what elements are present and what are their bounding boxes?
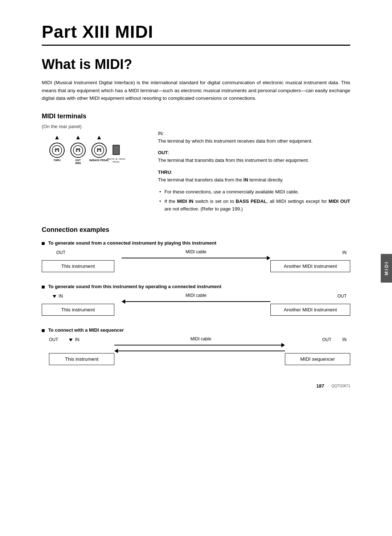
terminal-in-text: The terminal by which this instrument re… <box>158 138 313 144</box>
example3-right-in: IN <box>342 337 347 342</box>
svg-text:MIDI: MIDI <box>75 162 81 164</box>
terminal-in-desc: IN: The terminal by which this instrumen… <box>158 130 350 145</box>
midi-terminals-left: MIDI terminals (On the rear panel) THRU <box>42 112 143 215</box>
example1-left-port: OUT <box>56 250 122 255</box>
example1: To generate sound from a connected instr… <box>42 240 350 272</box>
svg-text:IN/BASS PEDAL: IN/BASS PEDAL <box>89 159 109 161</box>
doc-code: QQTG0671 <box>331 384 350 388</box>
example1-right-box: Another MIDI instrument <box>270 260 350 272</box>
example3-label: To connect with a MIDI sequencer <box>42 327 350 333</box>
terminal-out-text: The terminal that transmits data from th… <box>158 157 309 163</box>
example1-cable-label: MIDI cable <box>122 249 270 254</box>
bullet-icon-2 <box>42 286 45 289</box>
example3-right-out: OUT <box>322 337 331 342</box>
example2-right-port: OUT <box>270 294 347 299</box>
terminal-out-label: OUT <box>158 150 168 155</box>
example2: To generate sound from this instrument b… <box>42 284 350 316</box>
intro-text: MIDI (Musical Instrument Digital Interfa… <box>42 79 350 102</box>
arrow-down-icon-2 <box>53 295 56 298</box>
example3-diagram: OUT IN MIDI cable <box>42 336 350 365</box>
svg-point-13 <box>76 148 77 150</box>
example1-diagram: OUT MIDI cable IN <box>42 249 350 272</box>
connector-diagram: THRU OUT MIDI IN/BASS PEDAL <box>42 135 136 168</box>
rear-panel-label: (On the rear panel) <box>42 124 143 129</box>
connection-examples-title: Connection examples <box>42 226 350 234</box>
svg-point-8 <box>55 150 56 152</box>
sidebar-midi-tab: MIDI <box>381 254 392 282</box>
svg-point-23 <box>98 148 100 150</box>
bullet-icon-1 <box>42 242 45 245</box>
svg-point-17 <box>79 150 80 152</box>
terminal-thru-label: THRU <box>158 169 171 175</box>
example2-right-box: Another MIDI instrument <box>270 304 350 316</box>
arrow-left-icon-2 <box>122 299 125 304</box>
example1-right-port: IN <box>270 250 347 255</box>
example3-left-out: OUT <box>49 337 58 342</box>
example2-diagram: IN MIDI cable OUT <box>42 293 350 316</box>
example3-cable-label: MIDI cable <box>79 336 322 341</box>
bullet-icon-3 <box>42 329 45 332</box>
terminal-in-label: IN: <box>158 131 164 136</box>
svg-text:OUT: OUT <box>75 159 81 161</box>
midi-terminals-title: MIDI terminals <box>42 112 143 120</box>
connection-examples-section: Connection examples To generate sound fr… <box>42 226 350 365</box>
part-divider <box>42 45 350 46</box>
part-title: Part XIII MIDI <box>42 22 350 42</box>
midi-terminals-right: IN: The terminal by which this instrumen… <box>158 112 350 215</box>
svg-point-16 <box>76 150 77 152</box>
example3-left-box: This instrument <box>49 353 114 365</box>
example2-left-port: IN <box>53 294 122 299</box>
svg-marker-0 <box>55 136 59 139</box>
arrow-down-icon-3 <box>69 339 73 341</box>
arrow-left-icon-3b <box>114 349 118 353</box>
section-title: What is MIDI? <box>42 57 350 72</box>
svg-point-5 <box>55 148 56 150</box>
svg-text:THRU: THRU <box>53 159 60 161</box>
svg-point-7 <box>58 148 59 150</box>
svg-point-14 <box>77 148 79 150</box>
svg-point-25 <box>97 150 98 152</box>
svg-point-24 <box>100 148 101 150</box>
example3: To connect with a MIDI sequencer OUT IN <box>42 327 350 365</box>
svg-point-12 <box>73 146 83 155</box>
svg-point-15 <box>79 148 80 150</box>
svg-point-21 <box>94 146 104 155</box>
page-footer: 187 QQTG0671 <box>42 380 350 389</box>
bullet-2: If the MIDI IN switch is set on to BASS … <box>158 198 350 213</box>
arrow-right-icon-1 <box>267 256 270 260</box>
example3-left-in: IN <box>69 337 79 342</box>
svg-rect-28 <box>113 145 119 155</box>
svg-point-9 <box>58 150 59 152</box>
svg-point-6 <box>56 148 58 150</box>
example1-left-box: This instrument <box>42 260 114 272</box>
example1-label: To generate sound from a connected instr… <box>42 240 350 246</box>
arrow-right-icon-3a <box>281 343 285 347</box>
midi-bullets: For these connections, use a commerciall… <box>158 188 350 213</box>
example3-right-box: MIDI sequencer <box>285 353 350 365</box>
bullet-1: For these connections, use a commerciall… <box>158 188 350 196</box>
svg-text:MIDI IN ◄─ BASS: MIDI IN ◄─ BASS <box>107 158 125 160</box>
terminal-thru-desc: THRU: The terminal that transfers data f… <box>158 169 350 184</box>
svg-point-4 <box>52 146 62 155</box>
terminal-out-desc: OUT: The terminal that transmits data fr… <box>158 149 350 164</box>
example2-label: To generate sound from this instrument b… <box>42 284 350 289</box>
svg-marker-2 <box>97 136 101 139</box>
midi-terminals-section: MIDI terminals (On the rear panel) THRU <box>42 112 350 215</box>
page-number: 187 <box>317 383 324 389</box>
svg-point-22 <box>97 148 98 150</box>
terminal-thru-text: The terminal that transfers data from th… <box>158 177 283 183</box>
svg-point-26 <box>100 150 101 152</box>
example2-left-box: This instrument <box>42 304 114 316</box>
svg-marker-1 <box>76 136 80 139</box>
example2-cable-label: MIDI cable <box>122 293 270 298</box>
svg-text:PEDAL: PEDAL <box>113 161 120 163</box>
